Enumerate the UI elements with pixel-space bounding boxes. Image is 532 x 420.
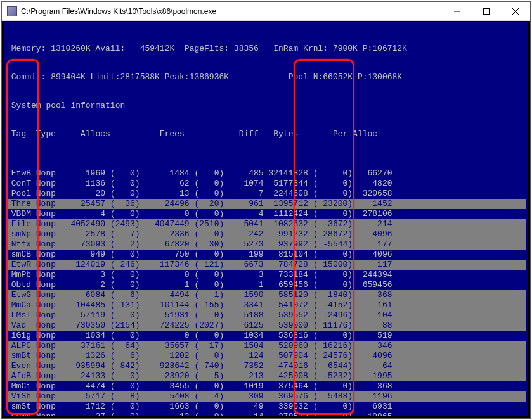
maximize-button[interactable] — [472, 2, 501, 21]
window-controls — [443, 2, 530, 20]
table-row: Thre Nonp 25457 ( 36) 24496 ( 20) 961 13… — [6, 199, 526, 209]
app-icon — [7, 6, 17, 16]
table-row: ViSh Nonp 5717 ( 8) 5408 ( 4) 309 369576… — [6, 391, 526, 402]
close-button[interactable] — [501, 2, 530, 21]
table-row: FMsl Nonp 57119 ( 0) 51931 ( 0) 5188 539… — [6, 310, 526, 321]
table-row: VBDM Nonp 4 ( 0) 0 ( 0) 4 1112424 ( 0) 2… — [6, 209, 526, 219]
pool-info-line: System pool information — [6, 101, 526, 110]
table-row — [6, 158, 526, 169]
column-headers: Tag Type Allocs Frees Diff Bytes Per All… — [6, 129, 526, 139]
table-row: CDmp Nonp 27 ( 0) 13 ( 0) 14 279520 ( 0)… — [6, 412, 526, 418]
table-row: ALPC Nonp 37161 ( 64) 35657 ( 17) 1504 5… — [6, 341, 526, 351]
table-row: iGig Nonp 1034 ( 0) 0 ( 0) 1034 536816 (… — [6, 331, 526, 341]
title-bar[interactable]: C:\Program Files\Windows Kits\10\Tools\x… — [2, 2, 530, 21]
table-row: EtwB Nonp 1969 ( 0) 1484 ( 0) 485 321413… — [6, 169, 526, 179]
table-row: smBt Nonp 1326 ( 6) 1202 ( 0) 124 507904… — [6, 351, 526, 361]
table-row: EtwR Nonp 124019 ( 246) 117346 ( 121) 66… — [6, 260, 526, 270]
table-row: smNp Nonp 2578 ( 7) 2336 ( 0) 242 991232… — [6, 229, 526, 239]
table-row: MmCi Nonp 4474 ( 0) 3455 ( 0) 1019 37546… — [6, 381, 526, 391]
minimize-button[interactable] — [443, 2, 472, 21]
app-window: C:\Program Files\Windows Kits\10\Tools\x… — [1, 1, 531, 419]
table-row: EtwG Nonp 6084 ( 6) 4494 ( 1) 1590 58512… — [6, 290, 526, 300]
window-title: C:\Program Files\Windows Kits\10\Tools\x… — [21, 7, 443, 16]
svg-rect-1 — [484, 9, 490, 15]
data-rows: EtwB Nonp 1969 ( 0) 1484 ( 0) 485 321413… — [6, 158, 526, 418]
console-output[interactable]: Memory: 1310260K Avail: 459412K PageFlts… — [2, 21, 530, 418]
commit-status-line: Commit: 899404K Limit:2817588K Peak:1386… — [6, 72, 526, 82]
table-row: ConT Nonp 1136 ( 0) 62 ( 0) 1074 5177344… — [6, 179, 526, 189]
table-row: Even Nonp 935994 ( 842) 928642 ( 740) 73… — [6, 361, 526, 371]
table-row: File Nonp 4052490 (2493) 4047449 (2510) … — [6, 219, 526, 229]
table-row: Vad Nonp 730350 (2154) 724225 (2027) 612… — [6, 321, 526, 331]
table-row: Pool Nonp 20 ( 0) 13 ( 0) 7 2244608 ( 0)… — [6, 189, 526, 199]
table-row: Obtd Nonp 2 ( 0) 1 ( 0) 1 659456 ( 0) 65… — [6, 280, 526, 290]
table-row: smSt Nonp 1712 ( 0) 1663 ( 0) 49 339632 … — [6, 402, 526, 412]
table-row: smCB Nonp 949 ( 0) 750 ( 0) 199 815104 (… — [6, 250, 526, 260]
memory-status-line: Memory: 1310260K Avail: 459412K PageFlts… — [6, 44, 526, 53]
table-row: AfdB Nonp 24133 ( 0) 23920 ( 5) 213 4250… — [6, 371, 526, 381]
table-row: MmCa Nonp 104485 ( 131) 101144 ( 155) 33… — [6, 300, 526, 310]
table-row: Ntfx Nonp 73093 ( 2) 67820 ( 30) 5273 93… — [6, 239, 526, 250]
table-row: MmPb Nonp 3 ( 0) 0 ( 0) 3 733184 ( 0) 24… — [6, 270, 526, 280]
